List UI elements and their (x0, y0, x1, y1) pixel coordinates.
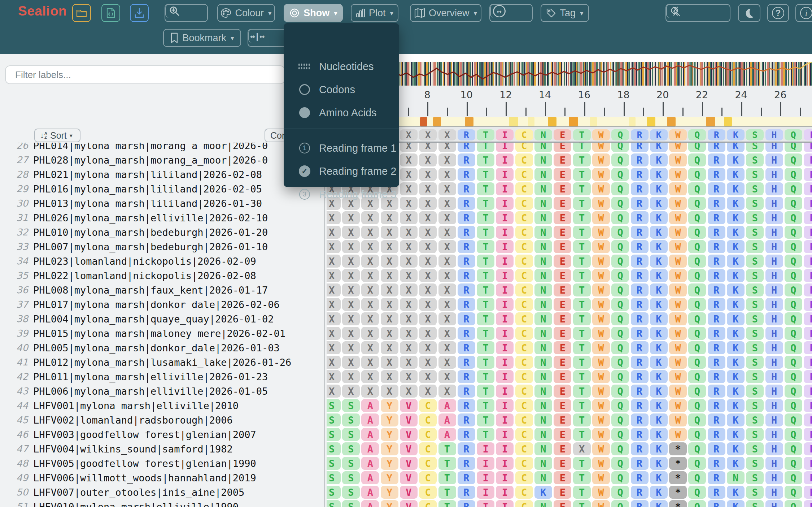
sequence-row[interactable]: 49LHFV006|willmott_woods|hannahland|2019 (0, 471, 327, 485)
sequence-row[interactable]: 47LHFV004|wilkins_sound|samford|1982 (0, 442, 327, 456)
sequence-row[interactable]: 42PHL011|mylona_marsh|elliville|2026-01-… (0, 369, 327, 384)
aa-cell: X (361, 298, 379, 311)
circle-filled-icon (298, 107, 311, 118)
aa-cell: H (765, 168, 783, 181)
plot-dropdown-button[interactable]: Plot ▾ (351, 4, 398, 22)
aa-cell: R (631, 153, 649, 166)
aa-cell: K (727, 486, 745, 499)
aa-cell: W (669, 370, 687, 383)
sequence-row[interactable]: 30PHL013|mylona_marsh|lililand|2026-01-3… (0, 196, 327, 211)
sequence-row[interactable]: 45LHFV002|lomanland|radsborough|2006 (0, 413, 327, 427)
menu-item-label: Reading frame 2 (319, 165, 396, 177)
sequence-row[interactable]: 32PHL010|mylona_marsh|bedeburgh|2026-01-… (0, 225, 327, 239)
sequence-row[interactable]: 26PHL014|mylona_marsh|morang_a_moor|2026… (0, 143, 327, 153)
aa-cell: K (727, 413, 745, 426)
sequence-row[interactable]: 34PHL023|lomanland|nickopolis|2026-02-09 (0, 254, 327, 268)
sequence-label: LHFV002|lomanland|radsborough|2006 (33, 415, 233, 426)
bookmark-dropdown-button[interactable]: Bookmark ▾ (163, 29, 241, 47)
filter-labels-input[interactable] (5, 65, 285, 84)
sequence-row[interactable]: 38PHL004|mylona_marsh|quaye_quay|2026-01… (0, 312, 327, 326)
sequence-row[interactable]: 36PHL008|mylona_marsh|faux_kent|2026-01-… (0, 283, 327, 297)
sequence-row[interactable]: 35PHL022|lomanland|nickopolis|2026-02-08 (0, 268, 327, 283)
menu-item-amino-acids[interactable]: Amino Acids (284, 103, 399, 123)
aa-cell: R (631, 370, 649, 383)
expand-columns-button[interactable]: ←|→ (248, 30, 266, 43)
aa-cell: W (592, 457, 610, 470)
aa-cell: E (554, 211, 571, 224)
aa-cell: S (746, 211, 764, 224)
aa-cell: X (327, 283, 341, 296)
next-region-button[interactable]: → (490, 5, 508, 18)
menu-item-codons[interactable]: Codons (284, 79, 399, 100)
sort-button[interactable]: ↓AZ Sort ▾ (34, 129, 80, 142)
sequence-row[interactable]: 28PHL021|mylona_marsh|lililand|2026-02-0… (0, 167, 327, 182)
aa-cell: W (669, 312, 687, 325)
aa-cell: R (631, 442, 649, 455)
aa-cell: S (746, 240, 764, 253)
zoom-in-button[interactable] (165, 5, 183, 18)
aa-cell: Q (611, 283, 629, 296)
aa-cell: X (419, 269, 437, 282)
sequence-row[interactable]: 31PHL026|mylona_marsh|elliville|2026-02-… (0, 211, 327, 225)
help-button[interactable]: ? (767, 4, 789, 22)
aa-cell: X (419, 370, 437, 383)
sequence-row[interactable]: 44LHFV001|mylona_marsh|elliville|2010 (0, 398, 327, 413)
aa-cell: R (458, 500, 475, 507)
overview-navigator[interactable] (327, 62, 812, 86)
aa-cell: X (419, 283, 437, 296)
dark-mode-button[interactable] (738, 4, 760, 22)
aa-cell: R (458, 168, 475, 181)
aa-cell: T (573, 283, 591, 296)
sequence-label: PHL014|mylona_marsh|morang_a_moor|2026-0 (33, 143, 268, 151)
sequence-row[interactable]: 33PHL007|mylona_marsh|bedeburgh|2026-01-… (0, 239, 327, 254)
sequence-row[interactable]: 27PHL028|mylona_marsh|morang_a_moor|2026… (0, 153, 327, 167)
sequence-row[interactable]: 48LHFV005|goodfellow_forest|glenian|1990 (0, 456, 327, 471)
aa-cell: C (515, 341, 533, 354)
aa-cell: H (765, 399, 783, 412)
aa-cell: Q (688, 153, 706, 166)
aa-cell: X (381, 370, 398, 383)
sequence-row[interactable]: 39PHL015|mylona_marsh|maloney_mere|2026-… (0, 326, 327, 341)
sequence-row[interactable]: 40PHL005|mylona_marsh|donkor_dale|2026-0… (0, 341, 327, 355)
aa-cell: W (669, 428, 687, 441)
menu-item-nucleotides[interactable]: Nucleotides (284, 56, 399, 77)
ruler-label: 18 (609, 89, 638, 100)
sequence-row[interactable]: 43PHL006|mylona_marsh|elliville|2026-01-… (0, 384, 327, 398)
menu-item-reading-frame-1[interactable]: 1 Reading frame 1 (284, 138, 399, 158)
aa-cell: X (361, 226, 379, 239)
file-format-button[interactable] (101, 4, 120, 22)
sequence-row[interactable]: 29PHL016|mylona_marsh|lililand|2026-02-0… (0, 182, 327, 196)
next-match-button[interactable] (666, 5, 684, 18)
sequence-row[interactable]: 46LHFV003|goodfellow_forest|glenian|2007 (0, 427, 327, 442)
sequence-row[interactable]: 41PHL012|mylona_marsh|lusamaki_lake|2026… (0, 355, 327, 369)
overview-dropdown-button[interactable]: Overview ▾ (410, 4, 481, 22)
sequence-row[interactable]: 37PHL017|mylona_marsh|donkor_dale|2026-0… (0, 297, 327, 312)
download-button[interactable] (130, 4, 149, 22)
aa-cell: N (534, 428, 552, 441)
colour-dropdown-button[interactable]: Colour ▾ (217, 4, 275, 22)
aa-cell: Q (688, 385, 706, 398)
aa-cell: H (765, 341, 783, 354)
show-dropdown-button[interactable]: Show ▾ (284, 4, 343, 22)
aa-cell: X (400, 168, 418, 181)
consensus-cell: X (438, 129, 456, 140)
aa-cell: H (765, 500, 783, 507)
aa-cell: R (708, 356, 725, 369)
aa-cell: T (477, 370, 494, 383)
open-file-button[interactable] (72, 4, 91, 22)
aa-cell: X (400, 269, 418, 282)
aa-cell: X (419, 211, 437, 224)
sequence-row[interactable]: 50LHFV007|outer_otooles|inis_aine|2005 (0, 485, 327, 499)
aa-cell: R (631, 486, 649, 499)
aa-cell: Q (785, 182, 802, 195)
menu-item-reading-frame-2[interactable]: ✓ Reading frame 2 (284, 161, 399, 181)
aa-cell: X (361, 385, 379, 398)
aa-cell: Q (688, 240, 706, 253)
sequence-row[interactable]: 51LHFV010|mylona_marsh|elliville|1990 (0, 499, 327, 507)
circle-arrow-right-icon: → (493, 5, 506, 17)
menu-item-reading-frame-3[interactable]: 3 Reading frame 3 (284, 184, 399, 204)
tag-dropdown-button[interactable]: Tag ▾ (541, 4, 589, 22)
tag-icon (546, 8, 556, 18)
aa-cell: T (573, 356, 591, 369)
info-button[interactable]: i (795, 4, 812, 22)
